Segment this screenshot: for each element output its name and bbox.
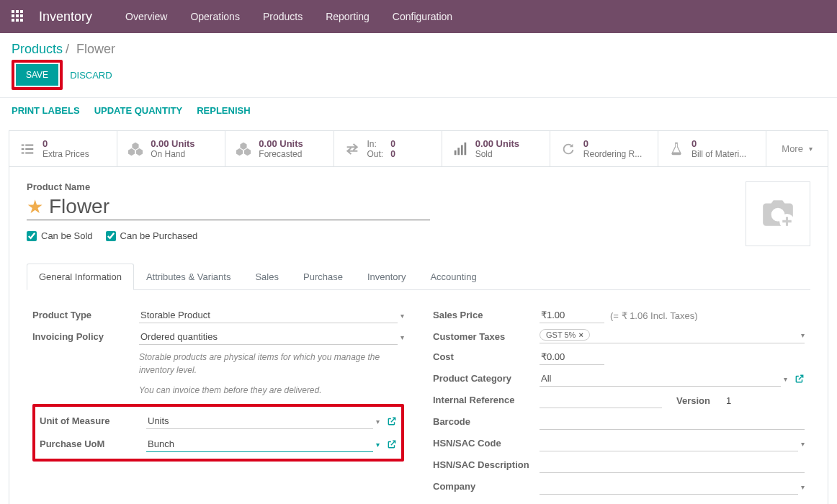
remove-tag-icon[interactable]: ×: [578, 330, 583, 339]
replenish-button[interactable]: REPLENISH: [197, 105, 250, 116]
left-column: Product Type ▾ Invoicing Policy ▾: [32, 305, 404, 498]
chevron-down-icon[interactable]: ▾: [400, 333, 404, 341]
stat-on-hand[interactable]: 0.00 UnitsOn Hand: [117, 131, 225, 166]
menu-reporting[interactable]: Reporting: [314, 11, 381, 22]
sales-price-label: Sales Price: [433, 307, 540, 320]
favorite-star-icon[interactable]: ★: [27, 196, 43, 218]
barcode-input[interactable]: [540, 414, 805, 430]
tab-accounting[interactable]: Accounting: [418, 264, 488, 290]
cubes-icon: [236, 141, 251, 157]
chevron-down-icon[interactable]: ▾: [801, 440, 805, 448]
chevron-down-icon[interactable]: ▾: [376, 441, 380, 449]
tab-sales[interactable]: Sales: [243, 264, 291, 290]
stat-extra-prices[interactable]: 0Extra Prices: [9, 131, 117, 166]
incl-tax-text: (= ₹ 1.06 Incl. Taxes): [610, 310, 698, 321]
external-link-icon[interactable]: [387, 416, 397, 426]
tab-bar: General Information Attributes & Variant…: [27, 264, 810, 290]
chevron-down-icon[interactable]: ▾: [784, 375, 787, 383]
tax-tag[interactable]: GST 5% ×: [540, 329, 590, 341]
product-name-input[interactable]: [49, 195, 430, 218]
svg-rect-1: [22, 148, 24, 150]
transfer-icon: [344, 141, 360, 157]
can-be-sold-checkbox[interactable]: Can be Sold: [27, 230, 93, 241]
sales-price-input[interactable]: [540, 307, 604, 323]
product-name-label: Product Name: [27, 181, 430, 192]
stat-bom[interactable]: 0Bill of Materi...: [658, 131, 766, 166]
invoicing-policy-select[interactable]: [139, 329, 398, 345]
svg-rect-3: [25, 144, 33, 145]
discard-button[interactable]: DISCARD: [70, 70, 112, 81]
category-select[interactable]: [540, 371, 781, 387]
company-input[interactable]: [540, 479, 798, 495]
stat-reordering[interactable]: 0Reordering R...: [550, 131, 658, 166]
help-storable: Storable products are physical items for…: [139, 351, 404, 377]
breadcrumb: Products / Flower: [0, 33, 837, 60]
chevron-down-icon[interactable]: ▾: [400, 312, 404, 320]
svg-rect-5: [25, 152, 33, 153]
purchase-uom-input[interactable]: [146, 436, 373, 452]
apps-icon[interactable]: [12, 10, 24, 23]
internal-ref-input[interactable]: [540, 392, 662, 408]
svg-rect-0: [22, 144, 24, 145]
chevron-down-icon[interactable]: ▾: [376, 418, 380, 426]
stat-sold[interactable]: 0.00 UnitsSold: [442, 131, 550, 166]
can-be-purchased-checkbox[interactable]: Can be Purchased: [106, 230, 198, 241]
purchase-uom-label: Purchase UoM: [40, 436, 146, 449]
uom-label: Unit of Measure: [40, 413, 146, 426]
stat-more[interactable]: More ▾: [766, 131, 828, 166]
svg-rect-7: [457, 148, 460, 155]
uom-input[interactable]: [146, 413, 373, 429]
menu-products[interactable]: Products: [251, 11, 314, 22]
hsn-input[interactable]: [540, 436, 798, 451]
version-label: Version: [676, 395, 710, 406]
category-label: Product Category: [433, 371, 540, 384]
right-column: Sales Price (= ₹ 1.06 Incl. Taxes) Custo…: [433, 305, 805, 498]
update-quantity-button[interactable]: UPDATE QUANTITY: [94, 105, 183, 116]
top-navbar: Inventory Overview Operations Products R…: [0, 0, 837, 33]
chevron-down-icon[interactable]: ▾: [801, 331, 805, 339]
cost-label: Cost: [433, 349, 540, 362]
tab-general-information[interactable]: General Information: [27, 264, 134, 290]
save-highlight: SAVE: [12, 60, 63, 90]
svg-rect-9: [464, 142, 466, 154]
stat-forecasted[interactable]: 0.00 UnitsForecasted: [225, 131, 334, 166]
save-button[interactable]: SAVE: [16, 64, 58, 86]
cubes-icon: [127, 141, 143, 157]
hsn-desc-input[interactable]: [540, 457, 805, 473]
breadcrumb-current: Flower: [76, 42, 115, 57]
uom-highlight: Unit of Measure ▾ Purchase UoM: [32, 404, 404, 462]
chevron-down-icon: ▾: [809, 145, 813, 153]
refresh-icon: [560, 141, 576, 157]
help-invoice: You can invoice them before they are del…: [139, 384, 404, 397]
stat-inout[interactable]: In:0 Out:0: [334, 131, 442, 166]
svg-rect-8: [461, 145, 463, 155]
chevron-down-icon[interactable]: ▾: [801, 483, 805, 491]
internal-ref-label: Internal Reference: [433, 392, 540, 405]
tab-attributes-variants[interactable]: Attributes & Variants: [134, 264, 243, 290]
svg-rect-2: [22, 152, 24, 153]
version-value: 1: [725, 393, 733, 408]
print-labels-button[interactable]: PRINT LABELS: [12, 105, 80, 116]
tab-inventory[interactable]: Inventory: [355, 264, 418, 290]
camera-plus-icon: [760, 196, 796, 232]
external-link-icon[interactable]: [795, 374, 805, 384]
menu-overview[interactable]: Overview: [114, 11, 179, 22]
app-title: Inventory: [39, 9, 92, 24]
product-type-select[interactable]: [139, 307, 398, 323]
hsn-label: HSN/SAC Code: [433, 436, 540, 449]
cost-input[interactable]: [540, 349, 604, 365]
menu-operations[interactable]: Operations: [179, 11, 251, 22]
hsn-desc-label: HSN/SAC Description: [433, 457, 540, 470]
bar-chart-icon: [452, 141, 468, 157]
external-link-icon[interactable]: [387, 439, 397, 449]
company-label: Company: [433, 479, 540, 492]
stat-bar: 0Extra Prices 0.00 UnitsOn Hand 0.00 Uni…: [9, 131, 828, 167]
svg-rect-6: [454, 150, 456, 154]
invoicing-policy-label: Invoicing Policy: [32, 329, 139, 342]
menu-configuration[interactable]: Configuration: [381, 11, 464, 22]
customer-taxes-label: Customer Taxes: [433, 329, 540, 342]
breadcrumb-products[interactable]: Products: [12, 42, 63, 57]
svg-rect-4: [25, 148, 33, 150]
product-image-upload[interactable]: [746, 181, 810, 246]
tab-purchase[interactable]: Purchase: [291, 264, 355, 290]
